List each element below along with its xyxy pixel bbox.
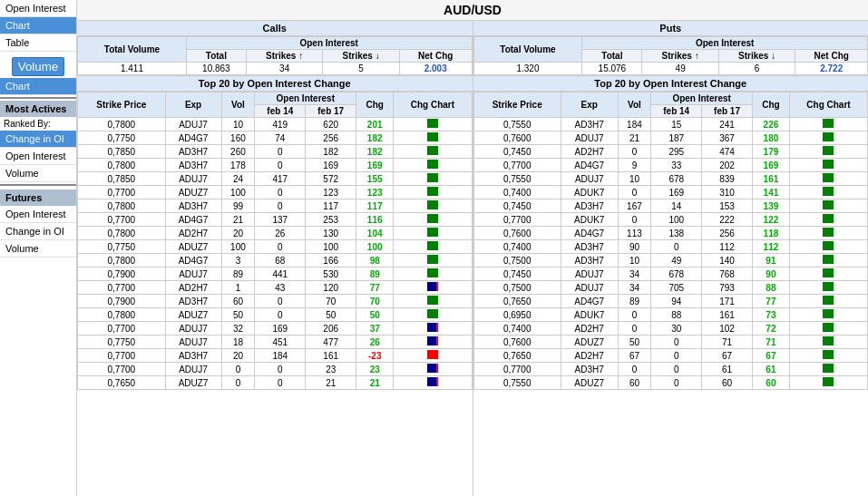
calls-table-title: Top 20 by Open Interest Change [77,76,473,92]
puts-chg-chart-col: Chg Chart [789,92,867,118]
sidebar-chart1[interactable]: Chart [0,17,76,34]
calls-strikes-up-val: 34 [246,63,323,75]
table-row: 0,7700 AD3H7 20 184 161 -23 [78,349,473,363]
puts-total-header: Total [582,50,642,63]
calls-total-header: Total [186,50,246,63]
most-actives-header: Most Actives [0,101,76,117]
table-row: 0,7900 AD3H7 60 0 70 70 [78,295,473,308]
puts-exp-col: Exp [561,92,618,118]
puts-total-volume-header: Total Volume [473,37,582,63]
table-row: 0,7600 ADUJ7 21 187 367 180 [473,131,868,145]
sidebar-change-in-oi[interactable]: Change in OI [0,131,76,148]
table-row: 0,7650 ADUZ7 0 0 21 21 [78,376,473,390]
table-row: 0,7550 ADUJ7 10 678 839 161 [473,172,868,186]
table-row: 0,7650 AD4G7 89 94 171 77 [473,295,868,308]
table-row: 0,7450 AD3H7 167 14 153 139 [473,199,868,213]
table-row: 0,7550 AD3H7 184 15 241 226 [473,118,868,131]
table-row: 0,7400 AD3H7 90 0 112 112 [473,240,868,254]
table-row: 0,7800 ADUZ7 50 0 50 50 [78,308,473,322]
calls-feb14-col: feb 14 [255,105,306,118]
puts-strike-price-col: Strike Price [473,92,561,118]
calls-strikes-down-val: 5 [323,63,400,75]
table-row: 0,7500 AD3H7 10 49 140 91 [473,254,868,267]
puts-strikes-up-header: Strikes ↑ [642,50,719,63]
table-row: 0,7400 AD2H7 0 30 102 72 [473,322,868,336]
puts-feb14-col: feb 14 [651,105,702,118]
table-row: 0,7750 ADUJ7 18 451 477 26 [78,336,473,349]
table-row: 0,7600 ADUZ7 50 0 71 71 [473,336,868,349]
calls-chg-chart-col: Chg Chart [394,92,472,118]
puts-open-interest-header: Open Interest [582,37,868,50]
puts-feb17-col: feb 17 [702,105,753,118]
puts-strikes-down-val: 6 [718,63,795,75]
table-row: 0,7800 AD3H7 99 0 117 117 [78,199,473,213]
table-row: 0,7700 AD3H7 0 0 61 61 [473,363,868,376]
table-row: 0,7700 ADUZ7 100 0 123 123 [78,186,473,199]
table-row: 0,7700 ADUJ7 32 169 206 37 [78,322,473,336]
futures-header: Futures [0,190,76,206]
calls-net-chg-header: Net Chg [399,50,472,63]
table-row: 0,7700 AD4G7 21 137 253 116 [78,213,473,227]
table-row: 0,7400 ADUK7 0 169 310 141 [473,186,868,199]
puts-chg-col: Chg [752,92,789,118]
table-row: 0,7450 ADUJ7 34 678 768 90 [473,267,868,281]
sidebar-volume3[interactable]: Volume [0,240,76,258]
calls-net-chg-val: 2.003 [399,63,472,75]
sidebar-open-interest[interactable]: Open Interest [0,0,76,17]
calls-vol-col: Vol [221,92,255,118]
sidebar-open-interest3[interactable]: Open Interest [0,206,76,223]
puts-vol-col: Vol [618,92,651,118]
table-row: 0,7850 ADUJ7 24 417 572 155 [78,172,473,186]
ranked-by-label: Ranked By: [0,117,76,131]
puts-strikes-up-val: 49 [642,63,719,75]
calls-strike-price-col: Strike Price [78,92,166,118]
table-row: 0,7850 AD3H7 260 0 182 182 [78,145,473,159]
calls-oi-col: Open Interest [255,92,356,105]
sidebar-chart2[interactable]: Chart [0,78,76,95]
puts-total-volume-val: 1.320 [473,63,582,75]
puts-oi-col: Open Interest [651,92,753,105]
sidebar-open-interest2[interactable]: Open Interest [0,148,76,165]
puts-total-val: 15.076 [582,63,642,75]
calls-total-volume-header: Total Volume [78,37,187,63]
volume-button[interactable]: Volume [12,57,64,76]
table-row: 0,7750 ADUZ7 100 0 100 100 [78,240,473,254]
table-row: 0,7500 ADUJ7 34 705 793 88 [473,281,868,295]
sidebar-change-in-oi2[interactable]: Change in OI [0,223,76,240]
calls-title: Calls [77,21,473,36]
table-row: 0,7700 ADUK7 0 100 222 122 [473,213,868,227]
sidebar-volume2[interactable]: Volume [0,165,76,182]
puts-strikes-down-header: Strikes ↓ [718,50,795,63]
calls-feb17-col: feb 17 [306,105,356,118]
table-row: 0,7800 AD3H7 178 0 169 169 [78,159,473,172]
calls-total-val: 10.863 [186,63,246,75]
table-row: 0,7700 AD2H7 1 43 120 77 [78,281,473,295]
calls-open-interest-header: Open Interest [186,37,472,50]
table-row: 0,7600 AD4G7 113 138 256 118 [473,227,868,240]
table-row: 0,7700 ADUJ7 0 0 23 23 [78,363,473,376]
table-row: 0,7800 ADUJ7 10 419 620 201 [78,118,473,131]
table-row: 0,7800 AD2H7 20 26 130 104 [78,227,473,240]
puts-table-title: Top 20 by Open Interest Change [473,76,869,92]
table-row: 0,7550 ADUZ7 60 0 60 60 [473,376,868,390]
page-title: AUD/USD [77,0,868,21]
table-row: 0,7800 AD4G7 3 68 166 98 [78,254,473,267]
table-row: 0,7900 ADUJ7 89 441 530 89 [78,267,473,281]
table-row: 0,7450 AD2H7 0 295 474 179 [473,145,868,159]
puts-title: Puts [473,21,869,36]
puts-net-chg-val: 2.722 [795,63,868,75]
calls-strikes-down-header: Strikes ↓ [323,50,400,63]
table-row: 0,7700 AD4G7 9 33 202 169 [473,159,868,172]
calls-total-volume-val: 1.411 [78,63,187,75]
calls-chg-col: Chg [356,92,394,118]
puts-net-chg-header: Net Chg [795,50,868,63]
calls-strikes-up-header: Strikes ↑ [246,50,323,63]
table-row: 0,6950 ADUK7 0 88 161 73 [473,308,868,322]
calls-exp-col: Exp [165,92,221,118]
sidebar-table[interactable]: Table [0,34,76,52]
table-row: 0,7750 AD4G7 160 74 256 182 [78,131,473,145]
table-row: 0,7650 AD2H7 67 0 67 67 [473,349,868,363]
